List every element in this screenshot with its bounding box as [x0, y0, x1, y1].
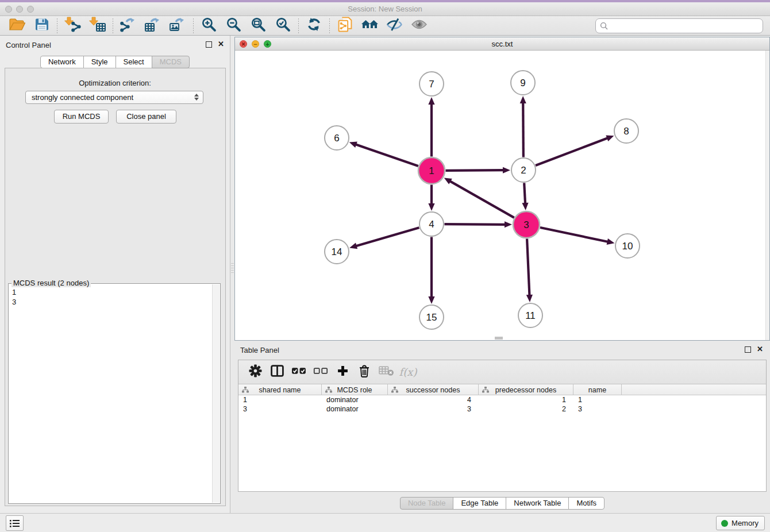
graph-edge-arrow-icon	[505, 221, 512, 228]
tab-motifs[interactable]: Motifs	[568, 497, 605, 510]
search-box	[595, 18, 763, 33]
zoom-in-button[interactable]	[197, 17, 221, 34]
optimization-criterion-label: Optimization criterion:	[0, 79, 230, 87]
mcds-result-line: 3	[12, 297, 209, 307]
graph-edge-3-10[interactable]	[540, 228, 609, 242]
column-header-shared-name[interactable]: shared name	[238, 384, 322, 395]
graph-edge-1-2[interactable]	[445, 170, 504, 171]
network-vertical-scrollbar[interactable]	[765, 51, 769, 340]
gear-icon	[249, 364, 262, 380]
network-canvas[interactable]: 7968124314101511	[235, 51, 769, 340]
tab-edge-table[interactable]: Edge Table	[453, 497, 506, 510]
column-header-successor-nodes[interactable]: successor nodes	[388, 384, 479, 395]
deselect-all-button[interactable]	[310, 363, 332, 381]
export-image-button[interactable]	[165, 17, 190, 34]
first-neighbors-button[interactable]	[357, 17, 382, 34]
column-header-label: name	[588, 386, 606, 394]
tab-style[interactable]: Style	[83, 56, 116, 68]
result-scrollbar[interactable]	[212, 284, 220, 503]
table-cell[interactable]: 1	[238, 395, 322, 404]
splitter-grip-icon[interactable]	[231, 263, 234, 275]
add-row-button[interactable]	[332, 363, 353, 381]
tab-mcds[interactable]: MCDS	[152, 56, 190, 68]
graph-edge-2-3[interactable]	[524, 183, 525, 204]
graph-node-label: 11	[525, 310, 536, 321]
table-settings-button[interactable]	[244, 363, 266, 381]
table-row[interactable]: 1dominator411	[238, 395, 766, 404]
tab-select[interactable]: Select	[116, 56, 152, 68]
table-cell[interactable]: 1	[479, 395, 573, 404]
column-header-name[interactable]: name	[573, 384, 622, 395]
delete-row-icon	[359, 364, 370, 380]
tab-node-table[interactable]: Node Table	[400, 497, 454, 510]
add-row-icon	[337, 365, 349, 379]
table-row[interactable]: 3dominator323	[238, 404, 766, 414]
export-table-button[interactable]	[141, 17, 165, 34]
run-mcds-button[interactable]: Run MCDS	[54, 110, 109, 124]
duplicate-network-button[interactable]	[333, 17, 357, 34]
table-cell[interactable]: dominator	[322, 404, 388, 414]
graph-edge-2-8[interactable]	[536, 138, 608, 165]
select-all-button[interactable]	[288, 363, 310, 381]
table-cell[interactable]: 4	[388, 395, 479, 404]
memory-button[interactable]: Memory	[716, 516, 765, 530]
export-image-icon	[169, 17, 187, 34]
graph-node-label: 10	[622, 241, 633, 252]
graph-edge-4-3[interactable]	[444, 224, 506, 225]
table-cell[interactable]: 3	[238, 404, 322, 414]
graph-edge-4-14[interactable]	[356, 228, 419, 246]
mcds-result-line: 1	[12, 287, 209, 297]
open-file-button[interactable]	[5, 17, 29, 34]
graph-edge-2-9[interactable]	[523, 102, 523, 157]
show-graphics-details-button[interactable]	[407, 17, 432, 34]
zoom-out-button[interactable]	[221, 17, 246, 34]
table-cell[interactable]: 3	[573, 404, 622, 414]
task-history-button[interactable]	[6, 515, 24, 531]
close-panel-icon[interactable]: ✕	[218, 40, 224, 48]
import-table-button[interactable]	[85, 17, 110, 34]
toolbar-separator	[298, 18, 299, 33]
hide-selected-button[interactable]	[382, 17, 407, 34]
duplicate-network-icon	[337, 17, 353, 34]
graph-edge-3-11[interactable]	[527, 238, 529, 296]
mcds-result-box: MCDS result (2 nodes) 13	[8, 283, 221, 504]
window-titlebar[interactable]: Session: New Session	[0, 2, 770, 16]
save-icon	[34, 17, 49, 34]
column-header-predecessor-nodes[interactable]: predecessor nodes	[479, 384, 573, 395]
graph-edge-arrow-icon	[349, 141, 357, 148]
table-cell[interactable]: 1	[573, 395, 622, 404]
search-input[interactable]	[595, 18, 763, 33]
zoom-selected-button[interactable]	[271, 17, 295, 34]
column-header-MCDS-role[interactable]: MCDS role	[322, 384, 388, 395]
table-cell[interactable]: dominator	[322, 395, 388, 404]
import-network-button[interactable]	[60, 17, 85, 34]
panel-splitter[interactable]	[230, 36, 234, 513]
table-float-icon[interactable]	[745, 346, 751, 353]
network-horizontal-scroll-thumb[interactable]	[495, 337, 503, 340]
graph-node-label: 2	[521, 165, 526, 176]
open-folder-icon	[9, 17, 25, 34]
export-network-button[interactable]	[116, 17, 141, 34]
graph-edge-3-1[interactable]	[449, 181, 514, 218]
float-panel-icon[interactable]	[206, 41, 212, 48]
graph-edge-arrow-icon	[428, 97, 434, 105]
zoom-fit-button[interactable]	[246, 17, 271, 34]
table-cell[interactable]: 2	[479, 404, 573, 414]
graph-edge-1-6[interactable]	[355, 144, 418, 166]
tab-network[interactable]: Network	[40, 56, 84, 68]
table-close-icon[interactable]: ✕	[757, 345, 763, 353]
delete-row-button[interactable]	[353, 363, 375, 381]
table-cell[interactable]: 3	[388, 404, 479, 414]
table-panel: Table Panel ✕ f(x) shared nameMCDS roles…	[234, 342, 770, 513]
table-body: 1dominator4113dominator323	[238, 395, 766, 414]
first-neighbors-icon	[361, 18, 379, 34]
show-columns-button[interactable]	[266, 363, 288, 381]
delete-table-button	[375, 363, 397, 381]
network-window-titlebar[interactable]: ✕ − + scc.txt	[235, 37, 769, 51]
apply-layout-button[interactable]	[302, 17, 326, 34]
criterion-select[interactable]: strongly connected component	[25, 91, 203, 104]
graph-node-label: 6	[334, 133, 339, 144]
save-session-button[interactable]	[29, 17, 54, 34]
tab-network-table[interactable]: Network Table	[506, 497, 569, 510]
close-panel-button[interactable]: Close panel	[116, 110, 176, 124]
